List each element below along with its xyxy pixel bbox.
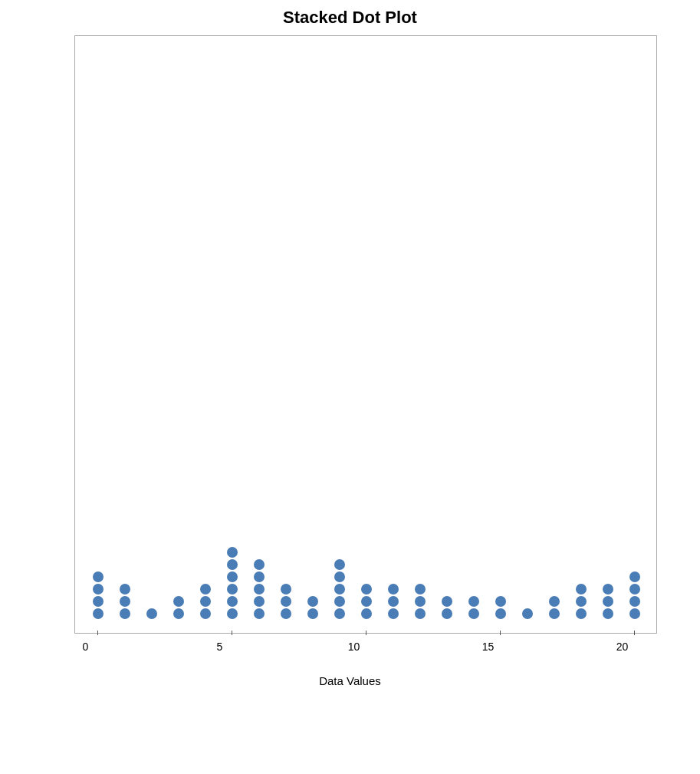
data-dot [227,608,238,619]
x-tick-label: 10 [343,641,366,653]
data-dot [227,596,238,607]
data-dot [200,584,211,594]
data-dot [281,584,291,594]
data-dot [361,596,372,607]
data-dot [549,608,560,619]
data-dot [603,608,613,619]
data-dot [334,608,345,619]
data-dot [415,596,426,607]
data-dot [227,584,238,594]
chart-area [74,35,657,634]
data-dot [200,608,211,619]
data-dot [576,608,587,619]
data-dot [93,596,104,607]
data-dot [120,584,130,594]
x-tick-mark [97,631,98,635]
data-dot [254,559,265,570]
data-dot [603,596,613,607]
data-dot [576,584,587,594]
data-dot [388,608,399,619]
data-dot [388,596,399,607]
data-dot [629,596,640,607]
x-axis-label: Data Values [36,674,665,687]
data-dot [361,584,372,594]
data-dot [93,608,104,619]
data-dot [442,608,452,619]
data-dot [281,596,291,607]
data-dot [495,596,506,607]
data-dot [120,596,130,607]
data-dot [227,547,238,558]
chart-title: Stacked Dot Plot [283,8,417,28]
data-dot [281,608,291,619]
data-dot [495,608,506,619]
data-dot [307,608,318,619]
data-dot [93,571,104,582]
data-dot [334,559,345,570]
data-dot [629,571,640,582]
data-dot [227,571,238,582]
x-tick-mark [634,631,635,635]
x-tick-label: 20 [611,641,634,653]
data-dot [522,608,533,619]
x-tick-label: 0 [74,641,97,653]
data-dot [173,608,184,619]
data-dot [468,608,479,619]
data-dot [603,584,613,594]
data-dot [146,608,157,619]
data-dot [576,596,587,607]
x-tick-mark [366,631,366,635]
data-dot [415,608,426,619]
data-dot [334,584,345,594]
data-dot [173,596,184,607]
chart-container: 05101520 Data Values [36,35,665,695]
data-dot [334,596,345,607]
x-tick-mark [500,631,501,635]
x-tick-label: 15 [477,641,500,653]
data-dot [120,608,130,619]
data-dot [307,596,318,607]
x-tick-mark [232,631,232,635]
data-dot [468,596,479,607]
data-dot [442,596,452,607]
data-dot [334,571,345,582]
data-dot [549,596,560,607]
data-dot [629,584,640,594]
data-dot [629,608,640,619]
data-dot [227,559,238,570]
data-dot [388,584,399,594]
data-dot [361,608,372,619]
x-tick-label: 5 [209,641,232,653]
data-dot [254,596,265,607]
data-dot [254,608,265,619]
data-dot [415,584,426,594]
data-dot [200,596,211,607]
data-dot [254,584,265,594]
data-dot [254,571,265,582]
data-dot [93,584,104,594]
